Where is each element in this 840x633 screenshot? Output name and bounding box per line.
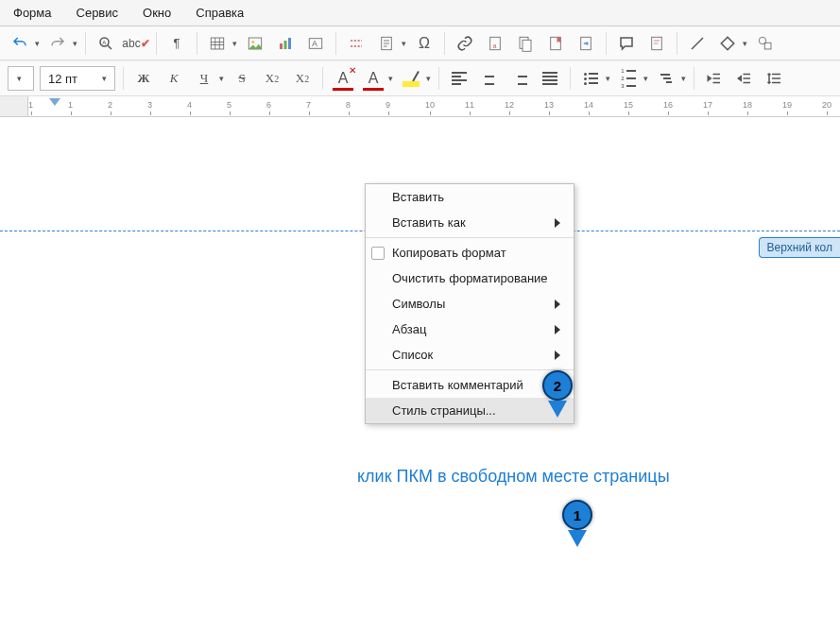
separator — [322, 67, 323, 90]
hyperlink-button[interactable] — [453, 31, 477, 56]
ruler-tick: 5 — [227, 100, 231, 110]
draw-functions-button[interactable] — [753, 31, 778, 56]
svg-text:a: a — [493, 42, 497, 48]
font-size-value: 12 пт — [48, 72, 77, 86]
menu-separator — [366, 237, 574, 238]
dropdown-icon[interactable]: ▾ — [681, 74, 686, 83]
dropdown-icon[interactable]: ▾ — [35, 39, 40, 48]
context-menu-item[interactable]: Копировать формат — [366, 240, 574, 265]
menu-window[interactable]: Окно — [137, 4, 177, 22]
align-left-button[interactable] — [447, 66, 471, 91]
context-menu-item[interactable]: Список — [366, 342, 574, 368]
separator — [123, 67, 124, 90]
horizontal-ruler[interactable]: 11234567891011121314151617181920 — [0, 96, 840, 117]
header-indicator-tab[interactable]: Верхний кол — [759, 237, 840, 258]
svg-rect-14 — [523, 40, 531, 51]
basic-shapes-button[interactable] — [715, 31, 740, 56]
menu-service[interactable]: Сервис — [71, 4, 125, 22]
insert-special-char-button[interactable]: Ω — [412, 31, 437, 56]
increase-indent-button[interactable] — [702, 66, 727, 91]
svg-point-4 — [251, 41, 254, 43]
context-menu-label: Абзац — [392, 322, 426, 336]
ruler-tick: 19 — [782, 100, 792, 110]
undo-button[interactable] — [8, 31, 32, 56]
context-menu-item[interactable]: Стиль страницы... — [366, 398, 574, 423]
context-menu-item[interactable]: Вставить как — [366, 210, 574, 235]
separator — [197, 32, 197, 55]
italic-button[interactable]: К — [162, 66, 186, 91]
footnote-button[interactable]: a — [483, 31, 507, 56]
paragraph-style-dropdown[interactable]: ▾ — [8, 66, 34, 91]
bold-button[interactable]: Ж — [131, 66, 156, 91]
insert-table-button[interactable] — [205, 31, 230, 56]
spellcheck-button[interactable]: abc✔ — [124, 31, 148, 56]
find-button[interactable]: A — [94, 31, 118, 56]
dropdown-icon[interactable]: ▾ — [232, 39, 237, 48]
dropdown-icon[interactable]: ▾ — [402, 39, 406, 48]
bookmark-button[interactable] — [543, 31, 568, 56]
align-center-button[interactable] — [477, 66, 502, 91]
endnote-button[interactable] — [513, 31, 538, 56]
redo-button[interactable] — [45, 31, 70, 56]
ruler-tick: 18 — [743, 100, 752, 110]
context-menu-label: Очистить форматирование — [392, 271, 548, 285]
highlight-button[interactable] — [399, 66, 423, 91]
dropdown-icon[interactable]: ▾ — [388, 74, 393, 83]
pilcrow-button[interactable]: ¶ — [164, 31, 189, 56]
line-tool-button[interactable] — [685, 31, 710, 56]
separator — [606, 32, 607, 55]
svg-rect-2 — [211, 38, 224, 49]
ruler-tick: 2 — [108, 100, 112, 110]
annotation-pointer-2 — [548, 401, 567, 418]
menu-form[interactable]: Форма — [8, 4, 58, 22]
separator — [444, 32, 445, 55]
context-menu-item[interactable]: Очистить форматирование — [366, 265, 574, 291]
dropdown-icon[interactable]: ▾ — [73, 39, 77, 48]
ruler-tick: 1 — [28, 100, 33, 110]
dropdown-icon[interactable]: ▾ — [102, 74, 107, 83]
ruler-tick: 17 — [703, 100, 712, 110]
underline-button[interactable]: Ч — [192, 66, 216, 91]
outline-button[interactable] — [654, 66, 678, 91]
bullet-list-button[interactable] — [578, 66, 603, 91]
context-menu-item[interactable]: Вставить — [366, 184, 574, 210]
context-menu-item[interactable]: Абзац — [366, 316, 574, 342]
context-menu-label: Список — [392, 348, 433, 362]
insert-textbox-button[interactable]: A — [303, 31, 328, 56]
font-color-button[interactable]: A — [361, 66, 386, 91]
svg-rect-7 — [288, 38, 291, 49]
track-changes-button[interactable] — [644, 31, 669, 56]
ruler-tick: 10 — [425, 100, 435, 110]
font-size-field[interactable]: 12 пт ▾ — [40, 66, 115, 91]
dropdown-icon[interactable]: ▾ — [426, 74, 431, 83]
ruler-tick: 15 — [624, 100, 633, 110]
line-spacing-button[interactable] — [763, 66, 787, 91]
dropdown-icon[interactable]: ▾ — [219, 74, 224, 83]
align-right-button[interactable] — [507, 66, 532, 91]
insert-image-button[interactable] — [243, 31, 267, 56]
cross-ref-button[interactable] — [574, 31, 598, 56]
subscript-button[interactable]: X2 — [290, 66, 315, 91]
superscript-button[interactable]: X2 — [260, 66, 284, 91]
ruler-tick: 12 — [505, 100, 514, 110]
dropdown-icon[interactable]: ▾ — [643, 74, 648, 83]
strike-button[interactable]: S — [230, 66, 254, 91]
document-canvas[interactable]: Верхний кол ВставитьВставить какКопирова… — [0, 117, 840, 633]
menu-separator — [366, 369, 574, 370]
align-justify-button[interactable] — [538, 66, 562, 91]
context-menu-item[interactable]: Символы — [366, 291, 574, 316]
indent-marker-icon[interactable] — [49, 98, 60, 106]
separator — [677, 32, 677, 55]
annotation-badge-2: 2 — [542, 370, 573, 401]
context-menu-label: Вставить комментарий — [392, 378, 523, 392]
dropdown-icon[interactable]: ▾ — [743, 39, 747, 48]
decrease-indent-button[interactable] — [732, 66, 757, 91]
dropdown-icon[interactable]: ▾ — [606, 74, 610, 83]
clear-formatting-button[interactable]: A ✕ — [331, 66, 355, 91]
page-break-button[interactable] — [344, 31, 369, 56]
comment-button[interactable] — [614, 31, 639, 56]
insert-chart-button[interactable] — [273, 31, 298, 56]
number-list-button[interactable]: 123 — [616, 66, 641, 91]
menu-help[interactable]: Справка — [190, 4, 249, 22]
insert-field-button[interactable] — [374, 31, 399, 56]
